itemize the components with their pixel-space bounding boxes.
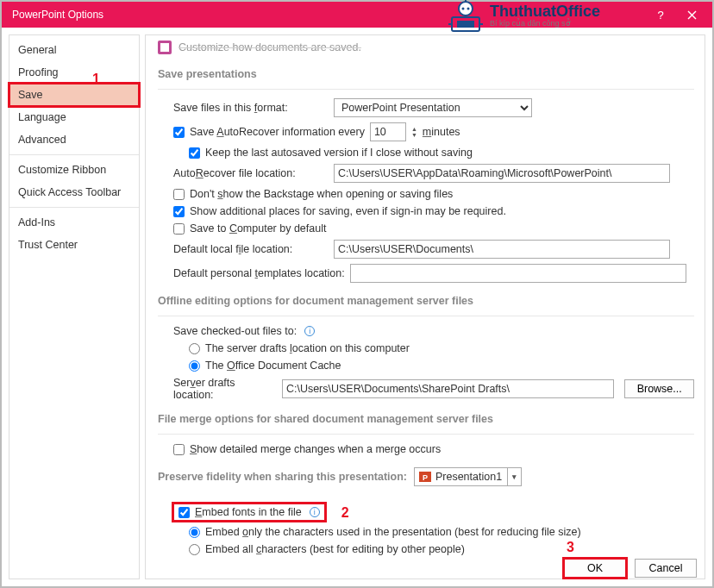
- format-select[interactable]: PowerPoint Presentation: [334, 98, 532, 117]
- autorecover-label: Save AutoRecover information every: [190, 126, 365, 138]
- help-button[interactable]: ?: [645, 2, 676, 28]
- embed-fonts-label: Embed fonts in the file: [195, 506, 302, 518]
- svg-point-2: [459, 2, 473, 16]
- no-backstage-checkbox[interactable]: [173, 189, 185, 200]
- save-computer-checkbox[interactable]: [173, 223, 185, 235]
- svg-point-4: [467, 8, 470, 10]
- embed-fonts-checkbox[interactable]: [178, 507, 190, 518]
- autorecover-loc-label: AutoRecover file location:: [173, 167, 329, 179]
- close-icon: [687, 10, 697, 20]
- drafts-loc-label: Server drafts location:: [173, 377, 277, 401]
- save-category-icon: [158, 41, 172, 54]
- save-computer-label: Save to Computer by default: [190, 222, 326, 235]
- section-fidelity: Preserve fidelity when sharing this pres…: [158, 460, 694, 495]
- keep-last-checkbox[interactable]: [189, 147, 200, 159]
- drafts-loc-input[interactable]: [282, 379, 614, 398]
- svg-text:P: P: [423, 473, 428, 482]
- sidebar-item-save[interactable]: Save: [9, 84, 139, 106]
- no-backstage-label: Don't show the Backstage when opening or…: [190, 188, 453, 200]
- server-drafts-radio[interactable]: [189, 343, 200, 354]
- office-cache-radio[interactable]: [189, 360, 200, 372]
- show-merge-label: Show detailed merge changes when a merge…: [190, 443, 441, 455]
- office-cache-label: The Office Document Cache: [205, 360, 341, 372]
- info-icon[interactable]: i: [304, 326, 315, 336]
- sidebar-item-quick-access[interactable]: Quick Access Toolbar: [9, 181, 139, 203]
- checked-out-label: Save checked-out files to:: [173, 325, 297, 337]
- top-strip: Customize how documents are saved.: [158, 41, 694, 54]
- templates-label: Default personal templates location:: [173, 267, 345, 279]
- embed-only-label: Embed only the characters used in the pr…: [205, 526, 581, 538]
- watermark-title: ThuthuatOffice: [490, 3, 600, 19]
- section-merge: File merge options for shared document m…: [158, 406, 694, 435]
- browse-button[interactable]: Browse...: [624, 379, 694, 398]
- cancel-button[interactable]: Cancel: [635, 559, 697, 578]
- sidebar-item-general[interactable]: General: [9, 39, 139, 61]
- autorecover-loc-input[interactable]: [334, 164, 670, 183]
- titlebar: PowerPoint Options ?: [2, 2, 712, 28]
- sidebar-item-proofing[interactable]: Proofing: [9, 61, 139, 84]
- embed-all-label: Embed all characters (best for editing b…: [205, 543, 465, 555]
- templates-input[interactable]: [350, 264, 686, 283]
- embed-only-radio[interactable]: [189, 527, 200, 538]
- sidebar-item-trust-center[interactable]: Trust Center: [9, 234, 139, 256]
- keep-last-label: Keep the last autosaved version if I clo…: [205, 147, 473, 159]
- sidebar-item-customize-ribbon[interactable]: Customize Ribbon: [9, 159, 139, 181]
- autorecover-checkbox[interactable]: [173, 127, 185, 138]
- svg-rect-1: [457, 21, 474, 28]
- server-drafts-label: The server drafts location on this compu…: [205, 342, 410, 354]
- format-label: Save files in this format:: [173, 102, 329, 114]
- powerpoint-file-icon: P: [418, 470, 432, 484]
- sidebar-item-addins[interactable]: Add-Ins: [9, 211, 139, 234]
- show-additional-checkbox[interactable]: [173, 206, 185, 217]
- sidebar-item-advanced[interactable]: Advanced: [9, 128, 139, 151]
- ok-button[interactable]: OK: [564, 559, 626, 578]
- section-save-presentations: Save presentations: [158, 61, 694, 90]
- section-offline: Offline editing options for document man…: [158, 288, 694, 316]
- info-icon[interactable]: i: [310, 507, 320, 517]
- minutes-label: minutes: [423, 126, 460, 138]
- show-merge-checkbox[interactable]: [173, 444, 185, 455]
- watermark: ThuthuatOffice Bí kíp của dân công sở: [447, 0, 600, 33]
- svg-point-3: [462, 8, 465, 10]
- spinner-icon[interactable]: ▲▼: [411, 126, 417, 138]
- show-additional-label: Show additional places for saving, even …: [190, 205, 506, 217]
- content-pane[interactable]: Customize how documents are saved. Save …: [146, 35, 705, 579]
- autorecover-minutes[interactable]: [370, 122, 406, 141]
- annotation-3: 3: [567, 540, 574, 555]
- chevron-down-icon: ▾: [507, 468, 521, 485]
- default-local-label: Default local file location:: [173, 243, 329, 255]
- sidebar-item-language[interactable]: Language: [9, 106, 139, 128]
- close-button[interactable]: [676, 2, 707, 28]
- sidebar: General Proofing Save Language Advanced …: [9, 34, 140, 579]
- default-local-input[interactable]: [334, 240, 670, 259]
- watermark-sub: Bí kíp của dân công sở: [490, 19, 600, 28]
- annotation-1: 1: [92, 72, 100, 87]
- embed-all-radio[interactable]: [189, 544, 200, 555]
- robot-icon: [447, 0, 485, 33]
- annotation-2: 2: [341, 505, 349, 521]
- presentation-select[interactable]: P Presentation1 ▾: [414, 467, 522, 486]
